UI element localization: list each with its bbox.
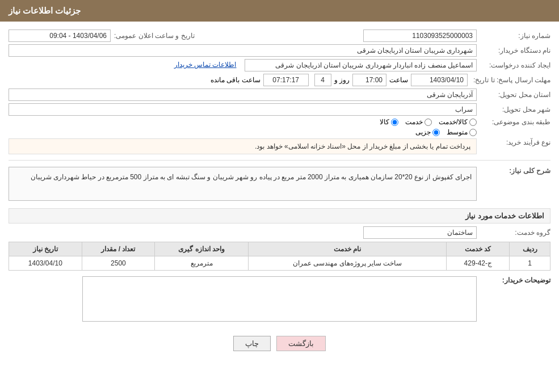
need-number-label: شماره نیاز: bbox=[477, 32, 550, 40]
deadline-date: 1403/04/10 bbox=[411, 74, 468, 86]
service-group-label: گروه خدمت: bbox=[477, 229, 550, 237]
col-row-num: ردیف bbox=[510, 242, 550, 256]
main-content: شماره نیاز: 1103093525000003 تاریخ و ساع… bbox=[0, 22, 559, 363]
col-quantity: تعداد / مقدار bbox=[82, 242, 155, 256]
page-container: جزئیات اطلاعات نیاز شماره نیاز: 11030935… bbox=[0, 0, 559, 392]
cell-service-code: ج-42-429 bbox=[447, 256, 510, 271]
purchase-type-small-label: جزیی bbox=[415, 128, 431, 136]
purchase-type-medium: متوسط bbox=[447, 128, 477, 136]
category-kala-label: کالا bbox=[380, 118, 389, 126]
cell-service-name: ساخت سایر پروژه‌های مهندسی عمران bbox=[248, 256, 446, 271]
purchase-type-radio-group: متوسط جزیی bbox=[9, 128, 477, 136]
description-value: اجرای کفپوش از نوع 20*20 سازمان همیاری ب… bbox=[9, 167, 477, 201]
purchase-type-small-radio[interactable] bbox=[432, 129, 440, 136]
buyer-notes-row: توضیحات خریدار: bbox=[9, 273, 550, 324]
deadline-time: 17:00 bbox=[352, 74, 386, 86]
page-header: جزئیات اطلاعات نیاز bbox=[0, 0, 559, 22]
cell-row-num: 1 bbox=[510, 256, 550, 271]
cell-unit: مترمربع bbox=[155, 256, 249, 271]
creator-label: ایجاد کننده درخواست: bbox=[477, 61, 550, 69]
category-label: طبقه بندی موضوعی: bbox=[477, 118, 550, 126]
date-time-label: تاریخ و ساعت اعلان عمومی: bbox=[111, 32, 195, 40]
purchase-type-content: متوسط جزیی پرداخت تمام یا بخشی از مبلغ خ… bbox=[9, 128, 477, 157]
category-row: طبقه بندی موضوعی: کالا/خدمت خدمت کالا bbox=[9, 118, 550, 126]
col-service-name: نام خدمت bbox=[248, 242, 446, 256]
back-button[interactable]: بازگشت bbox=[276, 336, 326, 351]
buyer-org-label: نام دستگاه خریدار: bbox=[477, 47, 550, 54]
col-unit: واحد اندازه گیری bbox=[155, 242, 249, 256]
city-row: شهر محل تحویل: سراب bbox=[9, 103, 550, 116]
cell-date: 1403/04/10 bbox=[9, 256, 82, 271]
description-row: شرح کلی نیاز: اجرای کفپوش از نوع 20*20 س… bbox=[9, 164, 550, 204]
service-group-value: ساختمان bbox=[363, 226, 477, 239]
province-value: آذربایجان شرقی bbox=[9, 88, 477, 101]
category-service: خدمت bbox=[405, 118, 432, 126]
province-row: استان محل تحویل: آذربایجان شرقی bbox=[9, 88, 550, 101]
footer-buttons: بازگشت چاپ bbox=[9, 330, 550, 357]
creator-contact-link[interactable]: اطلاعات تماس خریدار bbox=[9, 59, 240, 71]
category-kala-service-label: کالا/خدمت bbox=[439, 118, 468, 126]
date-time-value: 1403/04/06 - 09:04 bbox=[9, 29, 111, 42]
buyer-notes-area bbox=[82, 276, 477, 322]
deadline-row: مهلت ارسال پاسخ: تا تاریخ: 1403/04/10 سا… bbox=[9, 74, 550, 86]
deadline-remaining: 07:17:17 bbox=[263, 74, 309, 86]
purchase-type-medium-label: متوسط bbox=[447, 128, 468, 136]
print-button[interactable]: چاپ bbox=[233, 336, 271, 351]
category-kala-service-radio[interactable] bbox=[469, 119, 477, 126]
deadline-days-label: روز و bbox=[331, 76, 352, 84]
table-row: 1 ج-42-429 ساخت سایر پروژه‌های مهندسی عم… bbox=[9, 256, 550, 271]
category-kala: کالا bbox=[380, 118, 398, 126]
category-kala-radio[interactable] bbox=[391, 119, 398, 126]
purchase-notice: پرداخت تمام یا بخشی از مبلغ خریدار از مح… bbox=[9, 138, 477, 154]
deadline-days: 4 bbox=[314, 74, 331, 86]
category-kala-service: کالا/خدمت bbox=[439, 118, 477, 126]
table-header-row: ردیف کد خدمت نام خدمت واحد اندازه گیری ت… bbox=[9, 242, 550, 256]
page-title: جزئیات اطلاعات نیاز bbox=[9, 6, 81, 15]
buyer-org-value: شهرداری شریبان استان اذربایجان شرقی bbox=[9, 44, 477, 57]
creator-value: اسماعیل منصف زاده انباردار شهرداری شریبا… bbox=[245, 59, 477, 71]
divider-1 bbox=[9, 160, 550, 161]
buyer-org-row: نام دستگاه خریدار: شهرداری شریبان استان … bbox=[9, 44, 550, 57]
city-label: شهر محل تحویل: bbox=[477, 106, 550, 113]
deadline-time-label: ساعت bbox=[386, 76, 411, 84]
need-number-value: 1103093525000003 bbox=[363, 29, 477, 42]
purchase-type-small: جزیی bbox=[415, 128, 440, 136]
services-table: ردیف کد خدمت نام خدمت واحد اندازه گیری ت… bbox=[9, 242, 550, 271]
province-label: استان محل تحویل: bbox=[477, 91, 550, 99]
category-radio-group: کالا/خدمت خدمت کالا bbox=[380, 118, 477, 126]
city-value: سراب bbox=[9, 103, 477, 116]
deadline-label: مهلت ارسال پاسخ: تا تاریخ: bbox=[468, 76, 550, 84]
services-section-title: اطلاعات خدمات مورد نیاز bbox=[9, 208, 550, 224]
cell-quantity: 2500 bbox=[82, 256, 155, 271]
creator-row: ایجاد کننده درخواست: اسماعیل منصف زاده ا… bbox=[9, 59, 550, 71]
purchase-type-label: نوع فرآیند خرید: bbox=[477, 138, 550, 146]
deadline-remaining-label: ساعت باقی مانده bbox=[208, 76, 263, 84]
purchase-type-medium-radio[interactable] bbox=[469, 129, 477, 136]
purchase-type-row: نوع فرآیند خرید: متوسط جزیی پرداخت تمام … bbox=[9, 128, 550, 157]
need-number-row: شماره نیاز: 1103093525000003 تاریخ و ساع… bbox=[9, 29, 550, 42]
service-group-row: گروه خدمت: ساختمان bbox=[9, 226, 550, 239]
col-date: تاریخ نیاز bbox=[9, 242, 82, 256]
category-service-label: خدمت bbox=[405, 118, 423, 126]
category-service-radio[interactable] bbox=[424, 119, 432, 126]
buyer-notes-label: توضیحات خریدار: bbox=[477, 276, 550, 284]
description-label: شرح کلی نیاز: bbox=[477, 167, 550, 175]
col-service-code: کد خدمت bbox=[447, 242, 510, 256]
